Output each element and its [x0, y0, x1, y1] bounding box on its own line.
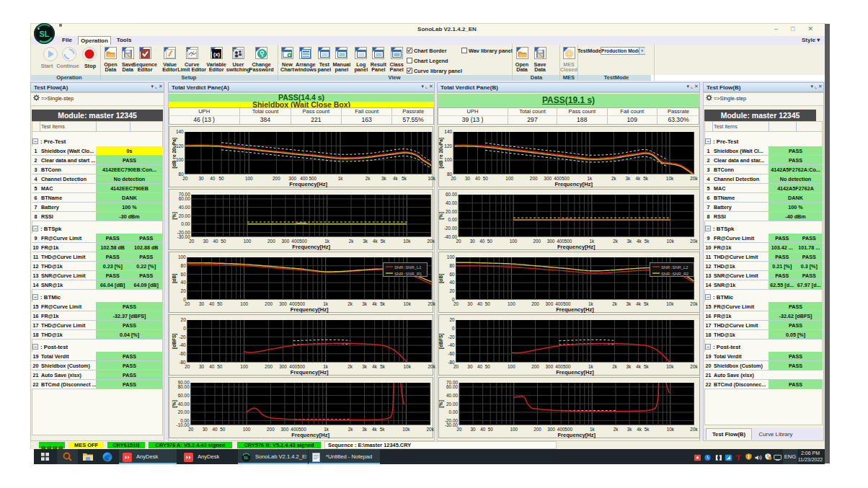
svg-text:[%]: [%] — [438, 400, 444, 407]
svg-text:30: 30 — [199, 301, 205, 306]
svg-text:20: 20 — [185, 364, 190, 369]
svg-text:Frequency[Hz]: Frequency[Hz] — [292, 432, 330, 438]
svg-text:10k: 10k — [665, 176, 673, 181]
svg-text:-40: -40 — [180, 342, 187, 347]
svg-text:500: 500 — [562, 176, 570, 181]
svg-text:20k: 20k — [690, 426, 698, 431]
svg-text:30: 30 — [203, 239, 209, 244]
svg-text:3k: 3k — [381, 176, 387, 181]
svg-text:SNR::SNR_L2: SNR::SNR_L2 — [661, 265, 688, 270]
svg-text:400: 400 — [290, 364, 298, 369]
svg-text:2k: 2k — [348, 301, 354, 306]
svg-text:2k: 2k — [613, 239, 619, 244]
svg-text:100: 100 — [178, 254, 186, 259]
svg-text:1k: 1k — [324, 301, 329, 306]
svg-text:4k: 4k — [637, 426, 642, 431]
svg-text:(x): (x) — [213, 50, 221, 57]
svg-text:4k: 4k — [636, 301, 642, 306]
svg-text:200: 200 — [265, 301, 273, 306]
svg-text:20: 20 — [449, 317, 455, 322]
svg-text:60.00: 60.00 — [446, 384, 458, 389]
svg-text:100: 100 — [508, 364, 515, 369]
svg-text:2k: 2k — [613, 426, 619, 431]
svg-text:40: 40 — [477, 364, 483, 369]
svg-text:40: 40 — [209, 301, 215, 306]
svg-text:50: 50 — [219, 176, 225, 181]
svg-text:5k: 5k — [643, 301, 649, 306]
svg-text:50: 50 — [487, 426, 493, 431]
svg-text:30: 30 — [199, 364, 205, 369]
svg-text:5k: 5k — [643, 176, 649, 181]
svg-text:Frequency[Hz]: Frequency[Hz] — [556, 369, 594, 376]
svg-text:40: 40 — [213, 426, 218, 431]
svg-text:SL: SL — [39, 30, 49, 38]
svg-text:50: 50 — [482, 176, 488, 181]
svg-text:10k: 10k — [666, 301, 674, 306]
svg-text:300: 300 — [281, 426, 289, 431]
svg-text:[dB re 20uPa]: [dB re 20uPa] — [172, 138, 177, 169]
svg-text:10k: 10k — [404, 301, 412, 306]
svg-text:20k: 20k — [690, 176, 698, 181]
svg-text:SNR::SNR_L1: SNR::SNR_L1 — [394, 265, 421, 270]
svg-text:20.00: 20.00 — [446, 209, 457, 214]
svg-text:10k: 10k — [666, 426, 674, 431]
svg-text:5k: 5k — [644, 239, 650, 244]
svg-text:20: 20 — [182, 176, 188, 181]
svg-text:4k: 4k — [373, 301, 378, 306]
svg-text:40: 40 — [480, 426, 486, 431]
svg-text:100: 100 — [444, 157, 452, 162]
svg-text:500: 500 — [564, 239, 572, 244]
svg-text:200: 200 — [267, 239, 275, 244]
svg-text:10k: 10k — [666, 364, 674, 369]
svg-text:100: 100 — [243, 426, 251, 431]
svg-text:30: 30 — [467, 364, 473, 369]
svg-text:300: 300 — [545, 301, 553, 306]
svg-text:30: 30 — [467, 301, 473, 306]
svg-text:100: 100 — [446, 254, 454, 259]
svg-text:!: ! — [769, 456, 770, 460]
svg-text:20: 20 — [456, 239, 461, 244]
svg-text:3k: 3k — [626, 364, 632, 369]
svg-text:20.00: 20.00 — [446, 401, 458, 406]
svg-text:Frequency[Hz]: Frequency[Hz] — [291, 369, 329, 376]
svg-text:1k: 1k — [588, 364, 594, 369]
svg-text:20: 20 — [451, 176, 456, 181]
svg-text:[%]: [%] — [172, 212, 177, 219]
svg-text:[dBFS]: [dBFS] — [172, 333, 177, 349]
svg-text:500: 500 — [564, 426, 572, 431]
svg-text:1k: 1k — [587, 176, 593, 181]
svg-text:200: 200 — [265, 364, 273, 369]
svg-text:20: 20 — [185, 301, 190, 306]
svg-text:400: 400 — [301, 176, 309, 181]
svg-text:400: 400 — [290, 301, 298, 306]
svg-text:200: 200 — [531, 301, 539, 306]
svg-text:40.00: 40.00 — [178, 401, 190, 406]
svg-text:40.00: 40.00 — [446, 392, 458, 397]
svg-text:[%]: [%] — [172, 400, 177, 407]
svg-text:30: 30 — [199, 176, 205, 181]
svg-text:400: 400 — [292, 239, 300, 244]
svg-text:5k: 5k — [380, 426, 386, 431]
svg-text:40.00: 40.00 — [179, 205, 190, 210]
svg-text:300: 300 — [282, 239, 290, 244]
svg-text:4k: 4k — [637, 239, 642, 244]
svg-text:4k: 4k — [393, 176, 399, 181]
svg-text:2k: 2k — [612, 301, 618, 306]
svg-text:5k: 5k — [644, 426, 650, 431]
svg-text:0.00: 0.00 — [448, 217, 457, 222]
svg-text:-60: -60 — [180, 351, 187, 356]
svg-text:40.00: 40.00 — [446, 200, 457, 205]
svg-text:100: 100 — [510, 426, 518, 431]
svg-text:100: 100 — [245, 176, 253, 181]
svg-text:10k: 10k — [666, 239, 674, 244]
svg-text:SNR::SNR_R2: SNR::SNR_R2 — [661, 272, 688, 276]
svg-text:3k: 3k — [626, 301, 632, 306]
svg-text:50: 50 — [484, 301, 490, 306]
svg-text:5k: 5k — [643, 364, 649, 369]
svg-text:50: 50 — [217, 301, 223, 306]
svg-text:SNR::SNR_R1: SNR::SNR_R1 — [394, 272, 422, 276]
svg-text:2k: 2k — [611, 176, 616, 181]
svg-text:40: 40 — [213, 239, 219, 244]
svg-text:-20: -20 — [448, 334, 455, 340]
svg-text:Frequency[Hz]: Frequency[Hz] — [556, 306, 594, 313]
